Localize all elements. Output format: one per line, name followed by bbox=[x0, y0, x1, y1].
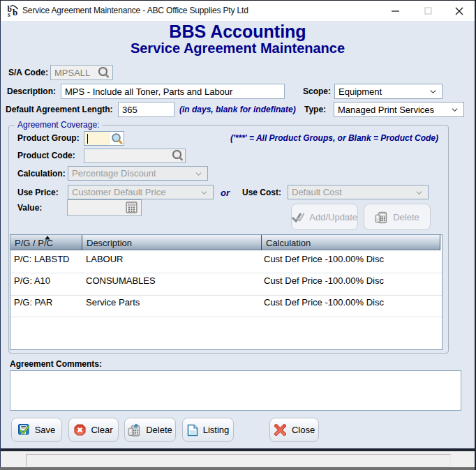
svg-text:s: s bbox=[8, 11, 10, 18]
